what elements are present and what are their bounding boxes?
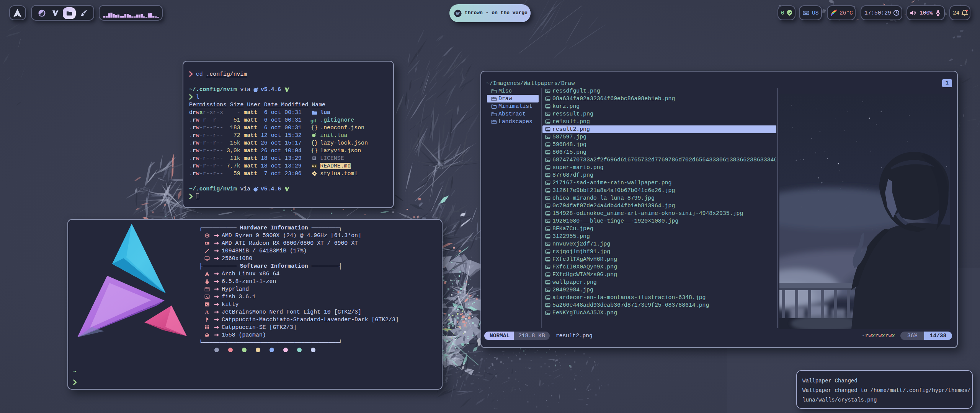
svg-text:A: A — [205, 309, 209, 315]
